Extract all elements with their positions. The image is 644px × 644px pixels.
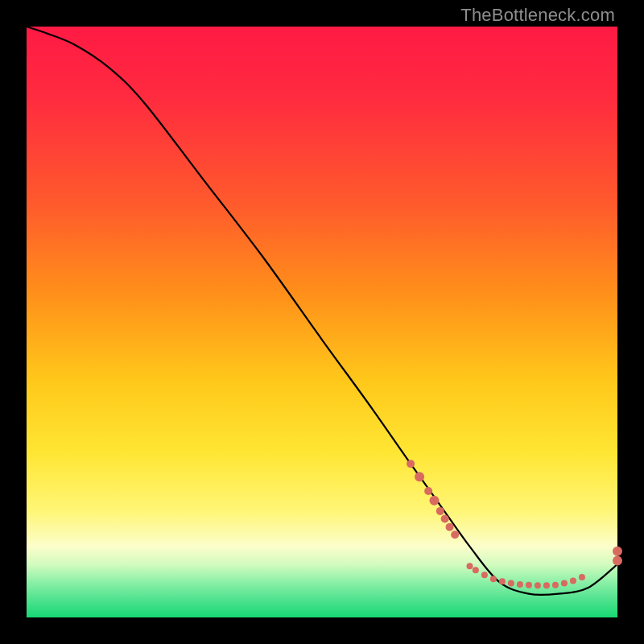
scatter-point [441,514,449,522]
scatter-point [424,487,432,495]
scatter-point [561,580,568,586]
scatter-point [415,472,424,481]
scatter-points [407,460,622,588]
scatter-point [526,582,532,588]
scatter-point [473,567,479,573]
chart-stage: TheBottleneck.com [0,0,644,644]
scatter-point [451,530,459,539]
scatter-point [543,582,550,588]
scatter-point [579,574,585,580]
scatter-point [508,580,514,586]
bottleneck-curve [27,27,617,595]
scatter-point [429,496,439,506]
scatter-point [613,547,622,556]
plot-area [27,27,617,617]
scatter-point [535,582,541,588]
scatter-point [407,460,415,468]
chart-svg [27,27,617,617]
scatter-point [436,507,444,515]
scatter-point [467,563,473,569]
scatter-point [499,578,506,584]
watermark-text: TheBottleneck.com [460,5,615,26]
scatter-point [570,577,576,584]
scatter-point [481,572,488,578]
scatter-point [552,582,559,588]
scatter-point [490,576,497,582]
scatter-point [446,523,454,531]
scatter-point [517,581,523,588]
scatter-point [613,556,622,566]
